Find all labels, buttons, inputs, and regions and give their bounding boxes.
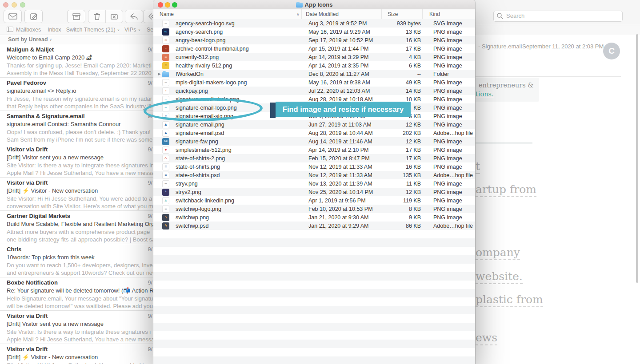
file-name: state-of-shirts-2.png xyxy=(173,155,307,162)
table-row[interactable]: ≡switchwp-logo.pngFeb 10, 2020 at 10:53 … xyxy=(153,205,475,213)
mail-minimize-button[interactable] xyxy=(12,2,17,8)
column-divider[interactable] xyxy=(422,9,423,19)
list-item[interactable]: Chris9/10words: Top picks from this week… xyxy=(0,244,153,277)
table-row[interactable]: ∴state-of-shirts-2.pngFeb 15, 2020 at 8:… xyxy=(153,154,475,162)
list-item[interactable]: Visitor via Drift9/[Drift] ⚡ Visitor - N… xyxy=(0,344,153,364)
scrollbar-thumb[interactable] xyxy=(636,34,638,283)
message-subject: Welcome to Email Camp 2020 🏕 xyxy=(7,54,153,62)
list-item[interactable]: Pavel Fedorov9/signature.email <> Reply.… xyxy=(0,78,153,111)
message-sender: Visitor via Drift xyxy=(7,312,144,320)
column-header-kind[interactable]: Kind xyxy=(429,11,440,17)
column-header-name[interactable]: Name xyxy=(160,11,174,17)
list-item[interactable]: Mailgun & Mailjet9/Welcome to Email Camp… xyxy=(0,44,153,78)
file-size: 202 KB xyxy=(384,130,423,136)
file-name: state-of-shirts.psd xyxy=(173,172,307,178)
file-name: healthy-rivalry-512.png xyxy=(173,63,307,69)
table-row[interactable]: –mpls-digital-makers-logo.pngMay 16, 201… xyxy=(153,78,475,87)
file-size: 12 KB xyxy=(384,122,423,128)
file-size: 49 KB xyxy=(384,79,423,86)
body-divider xyxy=(476,142,532,144)
column-divider[interactable] xyxy=(381,9,382,19)
file-kind: PNG image xyxy=(423,155,462,162)
message-title-fragment: - Signature.email xyxy=(478,43,522,50)
message-preview-line: Sam Sent from my iPhone I'm not sure if … xyxy=(7,136,153,143)
list-item[interactable]: Visitor via Drift9/[Drift] Visitor sent … xyxy=(0,311,153,344)
favorites-mailboxes[interactable]: Mailboxes xyxy=(7,27,41,33)
file-name: agency-search-logo.svg xyxy=(173,20,307,27)
list-item[interactable]: Boxbe Notification9/Re: Your signature w… xyxy=(0,277,153,311)
search-field[interactable] xyxy=(493,11,623,22)
table-row[interactable]: ▲switchback-linkedin.pngApr 1, 2019 at 9… xyxy=(153,196,475,205)
table-row[interactable]: ϟswitchwp.psdJan 21, 2020 at 9:29 AM86 K… xyxy=(153,222,475,230)
body-link-fragment[interactable]: plastic from xyxy=(476,294,543,307)
table-row[interactable]: ▲signature-email.psdAug 28, 2019 at 10:4… xyxy=(153,129,475,137)
file-kind: PNG image xyxy=(423,189,462,195)
message-preview-line: Apple Mail ? Hi Jesse Sutherland, You ha… xyxy=(7,169,153,177)
body-link-fragment[interactable]: artup from xyxy=(476,184,536,197)
table-row[interactable]: ≡currently-512.pngApr 14, 2019 at 3:29 P… xyxy=(153,53,475,61)
file-thumbnail-icon: ● xyxy=(162,146,169,154)
table-row[interactable]: ≡state-of-shirts.psdNov 12, 2019 at 11:3… xyxy=(153,171,475,179)
compose-button[interactable] xyxy=(24,10,43,23)
message-preview-line: Hello Signature.email, Your message abou… xyxy=(7,295,153,302)
message-preview-line: Oops! I was confused, please don't delet… xyxy=(7,128,153,136)
message-date: 9/ xyxy=(148,47,152,53)
table-row[interactable]: ✉signature-fav.pngAug 14, 2019 at 11:46 … xyxy=(153,137,475,146)
table-row[interactable]: ≡state-of-shirts.pngNov 12, 2019 at 11:3… xyxy=(153,162,475,171)
body-link-fragment[interactable]: website. xyxy=(476,271,523,284)
table-row[interactable]: *stryv2.pngNov 25, 2020 at 10:14 PM12 KB… xyxy=(153,188,475,196)
message-sender: Visitor via Drift xyxy=(7,345,144,353)
junk-button[interactable] xyxy=(105,10,123,23)
disclosure-triangle-icon[interactable]: ▶ xyxy=(156,72,162,76)
trash-button[interactable] xyxy=(88,10,105,23)
file-kind: Folder xyxy=(423,71,449,77)
message-sender: Visitor via Drift xyxy=(7,179,144,187)
list-item[interactable]: Visitor via Drift9/[Drift] ⚡ Visitor - N… xyxy=(0,178,153,211)
table-row[interactable]: ●simplestimate-512.pngApr 14, 2019 at 2:… xyxy=(153,146,475,154)
table-row[interactable]: ▶IWorkedOnDec 8, 2020 at 11:27 AM--Folde… xyxy=(153,70,475,78)
table-row[interactable]: ∞agency-search.pngMay 16, 2019 at 9:29 A… xyxy=(153,28,475,36)
message-sender: Pavel Fedorov xyxy=(7,79,144,87)
file-kind: PNG image xyxy=(423,96,462,103)
quote-link-fragment[interactable]: tions. xyxy=(476,91,494,98)
table-row[interactable]: ▲signature-email.pngJun 27, 2019 at 11:0… xyxy=(153,120,475,129)
get-mail-button[interactable] xyxy=(4,10,22,23)
body-link-fragment[interactable]: t xyxy=(476,161,480,174)
message-preview-line: Site Visitor: Hi Hi Jesse Sutherland, Yo… xyxy=(7,361,153,364)
mail-zoom-button[interactable] xyxy=(20,2,25,8)
table-row[interactable]: ▪archive-control-thumbnail.pngApr 15, 20… xyxy=(153,44,475,53)
table-row[interactable]: ≈angry-bear-logo.pngSep 17, 2019 at 10:5… xyxy=(153,36,475,44)
favorites-inbox[interactable]: Inbox - Switch Themes (21)∨ xyxy=(48,27,120,33)
body-link-fragment[interactable]: ompany xyxy=(476,247,520,260)
table-row[interactable]: ϟswitchwp.pngJan 21, 2020 at 9:30 AM9 KB… xyxy=(153,213,475,222)
list-item[interactable]: Samantha & Signature.email9/signature.em… xyxy=(0,111,153,144)
list-item[interactable]: Gartner Digital Markets9/Build More Scal… xyxy=(0,211,153,244)
table-row[interactable]: –stryv.pngNov 13, 2020 at 11:39 AM11 KBP… xyxy=(153,179,475,188)
favorites-sent[interactable]: Se xyxy=(147,27,153,33)
reply-button[interactable] xyxy=(125,10,143,23)
table-row[interactable]: ◦quickpay.pngJul 22, 2020 at 12:03 AM14 … xyxy=(153,87,475,95)
file-date-modified: Apr 14, 2019 at 3:35 PM xyxy=(307,63,384,69)
finder-title-bar[interactable]: App Icons xyxy=(153,0,475,10)
table-row[interactable]: ≡healthy-rivalry-512.pngApr 14, 2019 at … xyxy=(153,61,475,70)
file-kind: PNG image xyxy=(423,37,462,44)
archive-icon xyxy=(72,13,80,20)
file-name: switchwp.png xyxy=(173,214,307,221)
column-header-date-modified[interactable]: Date Modified xyxy=(306,11,339,17)
search-input[interactable] xyxy=(505,12,618,20)
message-subject: Re: Your signature will be deleted tomor… xyxy=(7,287,153,295)
table-row[interactable]: –agency-search-logo.svgAug 3, 2019 at 9:… xyxy=(153,19,475,28)
column-header-size[interactable]: Size xyxy=(388,11,398,17)
favorites-vips[interactable]: VIPs∨ xyxy=(124,27,140,33)
column-divider[interactable] xyxy=(301,9,302,19)
archive-button[interactable] xyxy=(67,10,85,23)
body-link-fragment[interactable]: ews xyxy=(476,332,497,345)
file-name: archive-control-thumbnail.png xyxy=(173,46,307,52)
message-preview-line: Assembly in the Mess Hall Tuesday, Septe… xyxy=(7,69,153,77)
message-preview-line: Site Visitor: Hi Hi Jesse Sutherland, Yo… xyxy=(7,195,153,202)
sort-by-menu[interactable]: Sort by Unread ∨ xyxy=(0,35,153,45)
file-size: 16 KB xyxy=(384,164,423,170)
file-date-modified: Apr 14, 2019 at 3:29 PM xyxy=(307,54,384,60)
mail-close-button[interactable] xyxy=(3,2,8,8)
list-item[interactable]: Visitor via Drift9/[Drift] Visitor sent … xyxy=(0,144,153,178)
